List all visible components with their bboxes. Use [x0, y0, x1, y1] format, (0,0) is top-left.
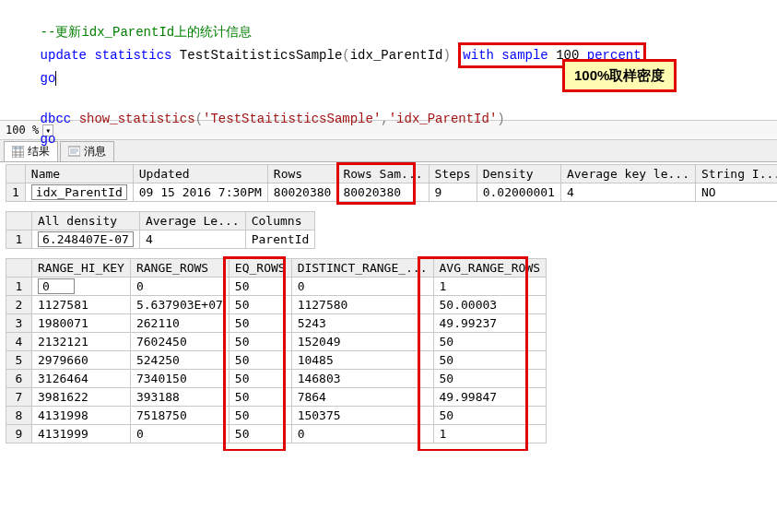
cell[interactable]: 6.248407E-07 [32, 231, 140, 249]
cell[interactable]: 50 [229, 370, 291, 388]
cell[interactable]: 49.99847 [433, 388, 547, 407]
table-row[interactable]: 1005001 [6, 278, 547, 296]
cell[interactable]: 1 [433, 278, 547, 296]
cell[interactable]: 80020380 [267, 183, 337, 202]
selected-cell[interactable]: 0 [38, 278, 75, 294]
table-row[interactable]: 1 idx_ParentId 09 15 2016 7:30PM 8002038… [6, 183, 778, 202]
cell[interactable]: 80020380 [337, 183, 429, 202]
col-rows[interactable]: Rows [267, 165, 337, 183]
cell[interactable]: idx_ParentId [25, 183, 133, 202]
cell[interactable]: 49.99237 [433, 314, 547, 333]
cell[interactable]: 0 [130, 278, 229, 296]
cell[interactable]: 50 [229, 407, 291, 425]
tab-messages-label: 消息 [84, 144, 106, 160]
cell[interactable]: 7864 [291, 388, 433, 407]
cell[interactable]: 5243 [291, 314, 433, 333]
selected-cell[interactable]: idx_ParentId [31, 184, 127, 200]
cell[interactable]: 09 15 2016 7:30PM [133, 183, 267, 202]
cell[interactable]: 262110 [130, 314, 229, 333]
cell[interactable]: 0.02000001 [477, 183, 560, 202]
col-density[interactable]: Density [477, 165, 560, 183]
table-row[interactable]: 9413199905001 [6, 425, 547, 443]
cell[interactable]: 50 [229, 333, 291, 351]
cell[interactable]: 50 [229, 278, 291, 296]
rownum: 3 [6, 314, 32, 333]
table-row[interactable]: 7398162239318850786449.99847 [6, 388, 547, 407]
cell[interactable]: 0 [130, 425, 229, 443]
cell[interactable]: 7340150 [130, 370, 229, 388]
cell[interactable]: 0 [291, 278, 433, 296]
col-avg-len[interactable]: Average Le... [139, 212, 245, 231]
cell[interactable]: 50.00003 [433, 296, 547, 314]
table-row[interactable]: 1 6.248407E-07 4 ParentId [6, 231, 315, 249]
col-updated[interactable]: Updated [133, 165, 267, 183]
col-columns[interactable]: Columns [245, 212, 315, 231]
cell[interactable]: 146803 [291, 370, 433, 388]
cell[interactable]: 150375 [291, 407, 433, 425]
annotation-sample-density: 100%取样密度 [562, 59, 677, 92]
selected-cell[interactable]: 6.248407E-07 [38, 231, 134, 247]
col-range-rows[interactable]: RANGE_ROWS [130, 259, 229, 278]
cell[interactable]: 3126464 [32, 370, 131, 388]
col-all-density[interactable]: All density [32, 212, 140, 231]
cell[interactable]: 1 [433, 425, 547, 443]
cell[interactable]: 152049 [291, 333, 433, 351]
col-name[interactable]: Name [25, 165, 133, 183]
cell[interactable]: 10485 [291, 351, 433, 370]
col-steps[interactable]: Steps [429, 165, 477, 183]
cell[interactable]: 50 [229, 351, 291, 370]
cell[interactable]: ParentId [245, 231, 315, 249]
cell[interactable]: 4131999 [32, 425, 131, 443]
cell[interactable]: 4131998 [32, 407, 131, 425]
table-row[interactable]: 52979660524250501048550 [6, 351, 547, 370]
cell[interactable]: 1980071 [32, 314, 131, 333]
table-row[interactable]: 6312646473401505014680350 [6, 370, 547, 388]
col-string-index[interactable]: String I... [696, 165, 777, 183]
cell[interactable]: 7602450 [130, 333, 229, 351]
cell[interactable]: 524250 [130, 351, 229, 370]
results-grid-2[interactable]: All density Average Le... Columns 1 6.24… [6, 211, 315, 249]
results-grid-2-wrap: All density Average Le... Columns 1 6.24… [0, 209, 777, 256]
cell[interactable]: 50 [229, 296, 291, 314]
cell[interactable]: 50 [229, 314, 291, 333]
cell[interactable]: 0 [32, 278, 131, 296]
cell[interactable]: 50 [433, 351, 547, 370]
col-eq-rows[interactable]: EQ_ROWS [229, 259, 291, 278]
cell[interactable]: 4 [139, 231, 245, 249]
table-row[interactable]: 8413199875187505015037550 [6, 407, 547, 425]
indent [9, 71, 41, 86]
rownum-header [6, 259, 32, 278]
cell[interactable]: 9 [429, 183, 477, 202]
results-grid-1[interactable]: Name Updated Rows Rows Sam... Steps Dens… [6, 164, 777, 202]
cell[interactable]: 1127581 [32, 296, 131, 314]
table-row[interactable]: 3198007126211050524349.99237 [6, 314, 547, 333]
table-row[interactable]: 211275815.637903E+0750112758050.00003 [6, 296, 547, 314]
cell[interactable]: 4 [560, 183, 695, 202]
cell[interactable]: 50 [229, 388, 291, 407]
col-distinct-range[interactable]: DISTINCT_RANGE_... [291, 259, 433, 278]
cell[interactable]: 3981622 [32, 388, 131, 407]
cell[interactable]: 393188 [130, 388, 229, 407]
cell[interactable]: 5.637903E+07 [130, 296, 229, 314]
cell[interactable]: 2132121 [32, 333, 131, 351]
cell[interactable]: 50 [229, 425, 291, 443]
object-name: TestStaitisticsSample [180, 48, 342, 63]
cell[interactable]: 50 [433, 407, 547, 425]
tab-messages[interactable]: 消息 [60, 141, 114, 161]
cell[interactable]: 50 [433, 370, 547, 388]
cell[interactable]: 7518750 [130, 407, 229, 425]
col-range-hi-key[interactable]: RANGE_HI_KEY [32, 259, 131, 278]
col-rows-sampled[interactable]: Rows Sam... [337, 165, 429, 183]
cell[interactable]: 2979660 [32, 351, 131, 370]
indent [9, 112, 41, 126]
col-avg-key-len[interactable]: Average key le... [560, 165, 695, 183]
cell[interactable]: 0 [291, 425, 433, 443]
table-row[interactable]: 4213212176024505015204950 [6, 333, 547, 351]
cell[interactable]: 1127580 [291, 296, 433, 314]
col-avg-range-rows[interactable]: AVG_RANGE_ROWS [433, 259, 547, 278]
results-grid-3[interactable]: RANGE_HI_KEY RANGE_ROWS EQ_ROWS DISTINCT… [6, 258, 547, 443]
sql-editor[interactable]: --更新idx_ParentId上的统计信息 update statistics… [0, 0, 777, 120]
kw-dbcc: dbcc [41, 112, 72, 126]
cell[interactable]: NO [696, 183, 777, 202]
cell[interactable]: 50 [433, 333, 547, 351]
